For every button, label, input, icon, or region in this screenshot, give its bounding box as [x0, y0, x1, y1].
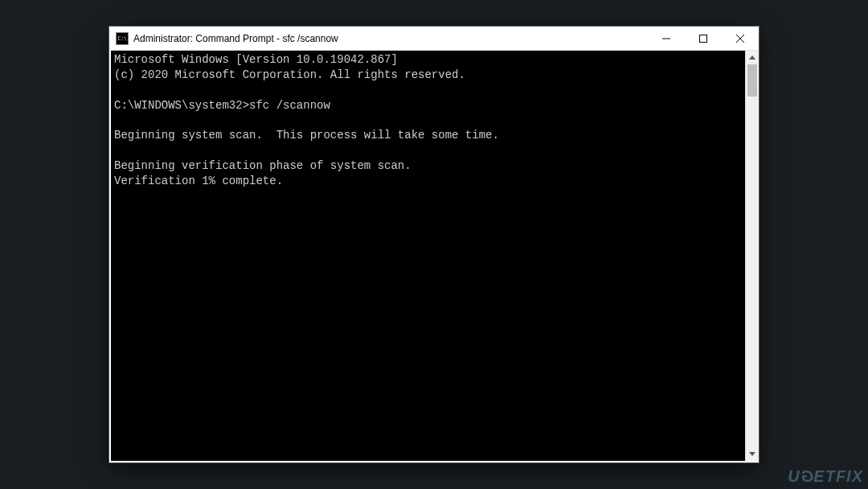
command-prompt-window: C:\ Administrator: Command Prompt - sfc …	[108, 26, 760, 463]
scroll-up-button[interactable]	[746, 51, 759, 64]
minimize-button[interactable]	[648, 27, 685, 50]
scroll-down-button[interactable]	[746, 447, 759, 461]
console-line: Verification 1% complete.	[114, 174, 742, 189]
close-icon	[736, 35, 744, 43]
maximize-button[interactable]	[685, 27, 722, 50]
console-line	[114, 113, 742, 129]
console-line: C:\WINDOWS\system32>sfc /scannow	[114, 98, 742, 113]
minimize-icon	[662, 35, 670, 43]
console-line	[114, 143, 742, 158]
console-area: Microsoft Windows [Version 10.0.19042.86…	[109, 51, 759, 462]
watermark-logo: UGETFIX	[788, 467, 863, 486]
vertical-scrollbar[interactable]	[745, 51, 759, 461]
maximize-icon	[699, 35, 707, 43]
titlebar[interactable]: C:\ Administrator: Command Prompt - sfc …	[109, 27, 759, 51]
watermark-text: UGETFIX	[788, 467, 863, 485]
svg-marker-4	[749, 55, 755, 60]
console-output[interactable]: Microsoft Windows [Version 10.0.19042.86…	[111, 51, 745, 461]
console-line	[114, 83, 742, 98]
svg-marker-5	[749, 452, 755, 456]
svg-rect-1	[700, 35, 707, 42]
console-line: (c) 2020 Microsoft Corporation. All righ…	[114, 68, 742, 83]
chevron-down-icon	[749, 452, 755, 456]
cmd-icon: C:\	[116, 32, 129, 45]
console-line: Beginning verification phase of system s…	[114, 158, 742, 174]
scroll-thumb[interactable]	[747, 64, 757, 97]
console-line: Microsoft Windows [Version 10.0.19042.86…	[114, 52, 742, 68]
console-line: Beginning system scan. This process will…	[114, 128, 742, 143]
close-button[interactable]	[722, 27, 759, 50]
window-title: Administrator: Command Prompt - sfc /sca…	[133, 33, 648, 44]
chevron-up-icon	[749, 55, 755, 60]
window-controls	[648, 27, 759, 50]
